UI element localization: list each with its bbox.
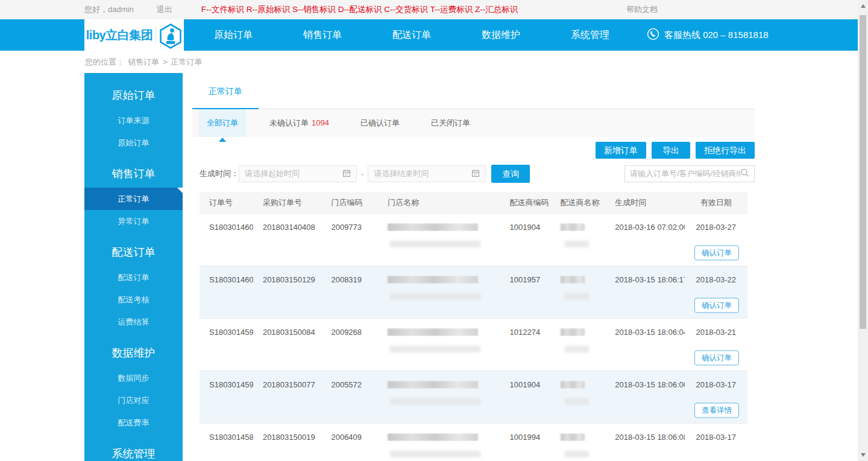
breadcrumb-prefix: 您的位置： <box>85 57 124 68</box>
cell-6: 2018-03-15 18:06:17 <box>610 275 684 284</box>
flag-legend-text: F--文件标识 R--原始标识 S--销售标识 D--配送标识 C--交货标识 … <box>201 4 518 15</box>
logout-link[interactable]: 退出 <box>157 4 172 15</box>
scroll-down-arrow-icon[interactable] <box>861 453 866 457</box>
date-range-dash: - <box>361 170 363 179</box>
confirm-order-button[interactable]: 确认订单 <box>694 351 739 366</box>
unconfirmed-count-badge: 1094 <box>312 118 329 127</box>
table-record-2: S180301459520180315008420092681012274201… <box>200 319 747 371</box>
orders-table: 订单号采购订单号门店编码门店名称配送商编码配送商名称生成时间有效日期 S1803… <box>200 192 747 461</box>
logo[interactable]: liby立白集团 <box>84 19 184 51</box>
query-button[interactable]: 查询 <box>491 165 530 183</box>
cell-6: 2018-03-15 18:06:08 <box>610 433 684 442</box>
table-record-3: S180301459320180315007720055721001904201… <box>200 371 747 424</box>
calendar-icon[interactable] <box>471 169 480 179</box>
sidebar-item-2[interactable]: 原始订单 <box>84 132 183 154</box>
end-date-input[interactable]: 请选择结束时间 <box>368 165 486 182</box>
sidebar-item-13[interactable]: 配送费率 <box>84 412 183 434</box>
cell-4: 1001957 <box>500 275 551 284</box>
cell-0: S1803014589 <box>200 433 253 442</box>
sidebar-item-9[interactable]: 运费结算 <box>84 311 183 333</box>
cell-0: S1803014595 <box>200 328 253 337</box>
sidebar-section-14[interactable]: 系统管理 <box>84 440 183 461</box>
cell-7: 2018-03-17 <box>685 380 747 389</box>
cell-7: 2018-03-22 <box>685 275 747 284</box>
col-header-4: 配送商编码 <box>500 197 551 208</box>
sidebar-section-3[interactable]: 销售订单 <box>84 160 183 188</box>
distributor-name-redacted <box>551 433 611 441</box>
cell-0: S1803014607 <box>200 223 253 232</box>
hotline-text: 客服热线 020 – 81581818 <box>664 30 769 41</box>
table-record-4: S180301458920180315001920064091001994201… <box>200 424 747 461</box>
cell-2: 2009268 <box>321 328 378 337</box>
service-hotline: 客服热线 020 – 81581818 <box>647 28 769 42</box>
search-placeholder: 请输入订单号/客户编码/经销商编码 <box>630 168 740 179</box>
sidebar-item-11[interactable]: 数据同步 <box>84 367 183 389</box>
calendar-icon[interactable] <box>342 169 351 179</box>
sidebar-item-1[interactable]: 订单来源 <box>84 109 183 132</box>
start-date-input[interactable]: 请选择起始时间 <box>239 165 357 182</box>
vertical-scrollbar[interactable] <box>858 0 868 461</box>
distributor-name-redacted <box>551 276 611 284</box>
redacted-strip <box>390 293 480 300</box>
redacted-strip <box>390 346 480 352</box>
reject-line-export-button[interactable]: 拒绝行导出 <box>696 142 755 159</box>
sidebar-item-12[interactable]: 门店对应 <box>84 389 183 412</box>
col-header-2: 门店编码 <box>321 197 378 208</box>
table-body: S180301460720180314040820097731001904201… <box>200 214 747 461</box>
sidebar-section-10[interactable]: 数据维护 <box>84 339 183 367</box>
cell-0: S1803014600 <box>200 275 253 284</box>
cell-2: 2009773 <box>321 223 378 232</box>
redacted-strip <box>390 451 480 457</box>
scrollbar-thumb[interactable] <box>860 15 866 329</box>
table-header-row: 订单号采购订单号门店编码门店名称配送商编码配送商名称生成时间有效日期 <box>200 192 747 214</box>
subtab-3[interactable]: 已关闭订单 <box>423 109 478 137</box>
table-action-row: 确认订单 <box>200 240 747 266</box>
cell-1: 201803150077 <box>253 380 322 389</box>
cell-7: 2018-03-17 <box>685 433 747 442</box>
breadcrumb-section[interactable]: 销售订单 <box>128 57 159 68</box>
table-record-1: S180301460020180315012920083191001957201… <box>200 266 747 319</box>
user-greeting: 您好，dadmin <box>84 4 134 15</box>
sidebar-item-4[interactable]: 正常订单 <box>84 188 183 210</box>
subtab-1[interactable]: 未确认订单1094 <box>262 109 337 137</box>
nav-item-2[interactable]: 配送订单 <box>367 19 456 51</box>
cell-6: 2018-03-15 18:06:00 <box>610 380 684 389</box>
col-header-1: 采购订单号 <box>253 197 322 208</box>
page: 您好，dadmin 退出 F--文件标识 R--原始标识 S--销售标识 D--… <box>0 0 868 461</box>
table-action-row: 查看详情 <box>200 398 747 424</box>
confirm-order-button[interactable]: 确认订单 <box>694 298 739 313</box>
help-doc-link[interactable]: 帮助文档 <box>626 4 658 15</box>
add-order-button[interactable]: 新增订单 <box>596 142 646 159</box>
nav-item-1[interactable]: 销售订单 <box>278 19 367 51</box>
tab-normal-orders[interactable]: 正常订单 <box>192 74 259 109</box>
view-detail-button[interactable]: 查看详情 <box>694 403 739 418</box>
logo-divider <box>156 26 156 44</box>
sidebar-section-0[interactable]: 原始订单 <box>84 81 183 109</box>
table-action-row: 确认订单 <box>200 293 747 319</box>
sidebar-item-5[interactable]: 异常订单 <box>84 210 183 232</box>
subtab-2[interactable]: 已确认订单 <box>353 109 407 137</box>
app-header: liby立白集团 原始订单销售订单配送订单数据维护系统管理 客服热线 <box>0 19 858 51</box>
export-button[interactable]: 导出 <box>652 142 690 159</box>
col-header-5: 配送商名称 <box>551 197 611 208</box>
sidebar-item-8[interactable]: 配送考核 <box>84 288 183 311</box>
table-action-row <box>200 450 747 461</box>
search-icon[interactable] <box>740 168 749 179</box>
redacted-strip <box>565 241 589 247</box>
col-header-6: 生成时间 <box>610 197 684 208</box>
sidebar-item-7[interactable]: 配送订单 <box>84 266 183 288</box>
table-row: S180301458920180315001920064091001994201… <box>200 424 747 450</box>
top-utility-bar: 您好，dadmin 退出 F--文件标识 R--原始标识 S--销售标识 D--… <box>0 0 858 19</box>
col-header-3: 门店名称 <box>378 197 500 208</box>
subtab-0[interactable]: 全部订单 <box>199 109 246 137</box>
nav-item-3[interactable]: 数据维护 <box>456 19 546 51</box>
nav-item-4[interactable]: 系统管理 <box>546 19 635 51</box>
cell-7: 2018-03-21 <box>685 328 747 337</box>
confirm-order-button[interactable]: 确认订单 <box>694 246 739 261</box>
search-input[interactable]: 请输入订单号/客户编码/经销商编码 <box>624 165 755 182</box>
cell-1: 201803150019 <box>253 433 322 442</box>
scroll-up-arrow-icon[interactable] <box>861 4 866 8</box>
nav-item-0[interactable]: 原始订单 <box>189 19 278 51</box>
redacted-strip <box>565 398 589 405</box>
sidebar-section-6[interactable]: 配送订单 <box>84 238 183 266</box>
